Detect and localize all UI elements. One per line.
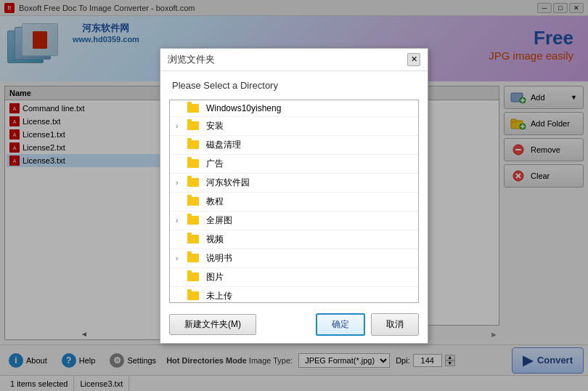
main-window: B Boxoft Free Doc To Image Converter - b…: [0, 0, 588, 391]
modal-overlay[interactable]: 浏览文件夹 ✕ Please Select a Directory Window…: [0, 0, 588, 391]
modal-title: 浏览文件夹: [168, 53, 215, 66]
folder-name: 图片: [206, 271, 224, 283]
folder-icon: [187, 178, 199, 187]
ok-button[interactable]: 确定: [316, 313, 365, 336]
tree-item[interactable]: 磁盘清理: [170, 136, 418, 155]
modal-prompt: Please Select a Directory: [160, 71, 428, 97]
folder-icon: [187, 140, 199, 149]
folder-icon: [187, 104, 199, 113]
browse-folder-dialog: 浏览文件夹 ✕ Please Select a Directory Window…: [160, 48, 428, 344]
modal-title-bar: 浏览文件夹 ✕: [160, 49, 428, 71]
folder-icon: [187, 235, 199, 243]
folder-name: 安装: [206, 120, 224, 132]
folder-name: 磁盘清理: [206, 139, 241, 151]
modal-buttons: 新建文件夹(M) 确定 取消: [160, 306, 428, 343]
tree-item[interactable]: 图片: [170, 268, 418, 287]
new-folder-button[interactable]: 新建文件夹(M): [169, 314, 256, 335]
folder-name: 广告: [206, 158, 224, 170]
tree-item[interactable]: 广告: [170, 155, 418, 174]
tree-item[interactable]: 未上传: [170, 287, 418, 303]
tree-item[interactable]: › 安装: [170, 117, 418, 136]
folder-name: Windows10yisheng: [206, 103, 281, 113]
expand-icon: ›: [176, 254, 184, 262]
tree-item[interactable]: › 全屏图: [170, 211, 418, 230]
folder-icon: [187, 121, 199, 130]
folder-name: 未上传: [206, 290, 232, 302]
tree-item[interactable]: 教程: [170, 193, 418, 211]
expand-icon: ›: [176, 179, 184, 187]
folder-icon: [187, 254, 199, 262]
folder-name: 视频: [206, 233, 224, 246]
folder-name: 全屏图: [206, 214, 232, 227]
expand-icon: ›: [176, 122, 184, 130]
folder-icon: [187, 159, 199, 168]
tree-item[interactable]: 视频: [170, 230, 418, 249]
modal-close-button[interactable]: ✕: [407, 53, 420, 66]
tree-item[interactable]: › 说明书: [170, 249, 418, 268]
cancel-button[interactable]: 取消: [371, 313, 419, 336]
expand-icon: ›: [176, 217, 184, 225]
folder-icon: [187, 197, 199, 206]
tree-item[interactable]: Windows10yisheng: [170, 100, 418, 117]
folder-icon: [187, 273, 199, 281]
folder-name: 河东软件园: [206, 177, 250, 189]
folder-tree[interactable]: Windows10yisheng › 安装 磁盘清理 广告: [169, 100, 419, 303]
folder-name: 说明书: [206, 252, 232, 265]
folder-icon: [187, 291, 199, 300]
tree-item[interactable]: › 河东软件园: [170, 174, 418, 193]
folder-name: 教程: [206, 196, 224, 208]
folder-icon: [187, 216, 199, 225]
